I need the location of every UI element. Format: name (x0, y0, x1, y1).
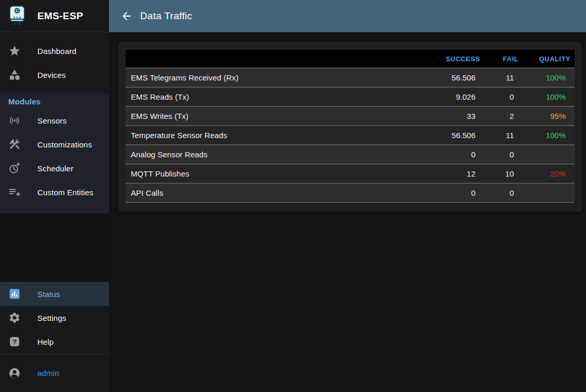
topbar: Data Traffic (109, 0, 586, 32)
sidebar-item-settings[interactable]: Settings (0, 306, 109, 330)
sidebar-bottom-nav: Status Settings ? Help (0, 282, 109, 354)
success-value: 0 (422, 183, 484, 202)
quality-value (523, 145, 575, 164)
sidebar-item-sensors[interactable]: Sensors (0, 109, 109, 132)
success-value: 56.506 (422, 68, 484, 87)
page-title: Data Traffic (140, 10, 192, 22)
metric-label: Analog Sensor Reads (126, 145, 422, 164)
success-value: 12 (422, 164, 484, 183)
sidebar-item-scheduler[interactable]: Scheduler (0, 156, 109, 180)
table-row: EMS Telegrams Received (Rx) 56.506 11 10… (126, 68, 575, 87)
app-header: EMS-ESP (0, 0, 109, 32)
table-row: Analog Sensor Reads 0 0 (126, 145, 575, 164)
sidebar: EMS-ESP Dashboard Devices Modules (0, 0, 109, 392)
sidebar-item-label: Dashboard (37, 47, 76, 56)
sidebar-item-label: Customizations (37, 140, 92, 149)
data-traffic-table: SUCCESS FAIL QUALITY EMS Telegrams Recei… (126, 50, 575, 203)
table-row: MQTT Publishes 12 10 20% (126, 164, 575, 183)
quality-value: 100% (523, 126, 575, 145)
column-header-fail: FAIL (484, 50, 523, 68)
star-icon (8, 45, 21, 57)
success-value: 9.026 (422, 87, 484, 106)
sidebar-item-label: Sensors (37, 116, 66, 125)
sidebar-item-label: Help (37, 337, 54, 346)
column-header-empty (126, 50, 422, 68)
success-value: 56.506 (422, 126, 484, 145)
fail-value: 11 (484, 126, 523, 145)
playlist-add-icon (8, 186, 21, 198)
sensors-icon (8, 114, 21, 127)
sidebar-item-label: Devices (37, 71, 66, 79)
sidebar-item-status[interactable]: Status (0, 282, 109, 306)
metric-label: EMS Reads (Tx) (126, 87, 422, 106)
metric-label: EMS Writes (Tx) (126, 106, 422, 126)
quality-value: 20% (523, 164, 575, 183)
sidebar-item-custom-entities[interactable]: Custom Entities (0, 180, 109, 204)
fail-value: 0 (484, 145, 523, 164)
gear-icon (8, 312, 21, 324)
column-header-success: SUCCESS (422, 50, 484, 68)
back-button[interactable] (120, 10, 133, 22)
sidebar-item-dashboard[interactable]: Dashboard (0, 39, 109, 63)
metric-label: Temperature Sensor Reads (126, 126, 422, 145)
sidebar-user-section: admin (0, 354, 109, 392)
account-circle-icon (8, 367, 21, 380)
construction-icon (8, 138, 21, 151)
fail-value: 0 (484, 87, 523, 106)
sidebar-item-customizations[interactable]: Customizations (0, 132, 109, 156)
quality-value: 100% (523, 87, 575, 106)
sidebar-item-help[interactable]: ? Help (0, 330, 109, 354)
svg-text:?: ? (12, 338, 17, 346)
data-traffic-card: SUCCESS FAIL QUALITY EMS Telegrams Recei… (118, 42, 582, 212)
main-content: SUCCESS FAIL QUALITY EMS Telegrams Recei… (109, 32, 586, 392)
quality-value: 100% (523, 68, 575, 87)
sidebar-spacer (0, 213, 109, 282)
metric-label: API Calls (126, 183, 422, 202)
fail-value: 2 (484, 106, 523, 126)
modules-section-header: Modules (0, 93, 109, 109)
analytics-icon (8, 288, 21, 300)
quality-value: 95% (523, 106, 575, 126)
success-value: 0 (422, 145, 484, 164)
arrow-left-icon (120, 10, 133, 22)
boiler-logo-icon (7, 5, 27, 27)
table-row: EMS Writes (Tx) 33 2 95% (126, 106, 575, 126)
table-row: Temperature Sensor Reads 56.506 11 100% (126, 126, 575, 145)
table-row: EMS Reads (Tx) 9.026 0 100% (126, 87, 575, 106)
column-header-quality: QUALITY (523, 50, 575, 68)
category-icon (8, 69, 21, 81)
metric-label: MQTT Publishes (126, 164, 422, 183)
sidebar-item-label: Status (37, 290, 60, 299)
sidebar-item-label: Settings (37, 314, 66, 322)
more-time-icon (8, 162, 21, 174)
table-header-row: SUCCESS FAIL QUALITY (126, 50, 575, 68)
username-label: admin (37, 369, 59, 377)
sidebar-item-label: Custom Entities (37, 188, 93, 197)
sidebar-modules-section: Modules Sensors Customizations (0, 93, 109, 213)
metric-label: EMS Telegrams Received (Rx) (126, 68, 422, 87)
sidebar-item-devices[interactable]: Devices (0, 63, 109, 87)
app-title: EMS-ESP (37, 10, 83, 22)
table-row: API Calls 0 0 (126, 183, 575, 202)
success-value: 33 (422, 106, 484, 126)
sidebar-main-nav: Dashboard Devices (0, 32, 109, 93)
fail-value: 11 (484, 68, 523, 87)
fail-value: 0 (484, 183, 523, 202)
fail-value: 10 (484, 164, 523, 183)
user-menu-button[interactable]: admin (0, 361, 67, 385)
help-icon: ? (8, 335, 21, 348)
quality-value (523, 183, 575, 202)
sidebar-item-label: Scheduler (37, 164, 73, 173)
